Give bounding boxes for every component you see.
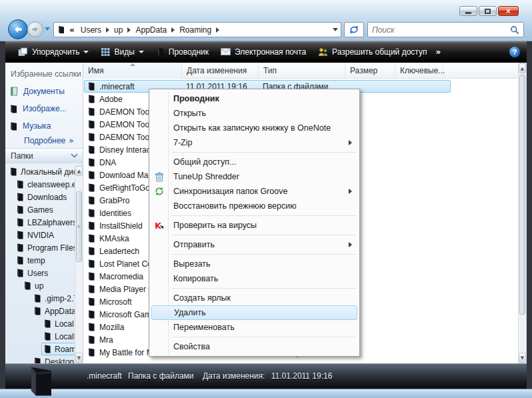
tree-item-roaming[interactable]: Roaming [43,343,75,355]
cell-text: .minecraft [99,82,135,91]
menu-item-3[interactable]: 7-Zip [151,135,358,150]
list-scrollbar[interactable]: ▲ ▼ [518,63,527,363]
column-header-3[interactable]: Размер [345,63,395,79]
tree-item-local[interactable]: Local [43,317,74,330]
tree-item-cleansweep.exe[interactable]: cleansweep.exe [16,178,75,191]
toolbar-button-3[interactable]: Электронная почта [215,45,312,59]
menu-item-2[interactable]: Открыть как записную книжку в OneNote [151,121,358,135]
nav-history-dropdown[interactable] [45,27,50,31]
breadcrumb-item-appdata[interactable]: AppData [133,25,169,35]
folders-header[interactable]: Папки [5,148,83,163]
folder-icon [9,167,17,176]
list-scrollbar-thumb[interactable] [519,75,525,315]
menu-item-18[interactable]: Удалить [151,305,357,320]
scroll-up-icon[interactable]: ▲ [519,63,526,73]
folder-icon [16,256,24,265]
sidebar-favorite-1[interactable]: Изображе... [9,100,83,117]
menu-item-19[interactable]: Переименовать [151,320,358,335]
toolbar-button-4[interactable]: Разрешить общий доступ [312,45,433,59]
menu-item-label: Восстановить прежнюю версию [173,201,297,211]
folder-icon [87,247,95,255]
menu-item-label: Удалить [174,308,206,317]
toolbar-button-0[interactable]: Упорядочить [12,45,95,59]
scroll-down-icon[interactable]: ▼ [519,353,526,363]
breadcrumb-overflow-chevron[interactable]: « [69,25,75,35]
menu-item-12[interactable]: Отправить [151,237,358,252]
groove-sync-icon [155,186,165,197]
maximize-button[interactable] [479,6,497,16]
breadcrumb-item-roaming[interactable]: Roaming [177,25,214,35]
menu-item-5[interactable]: Общий доступ... [151,155,358,169]
tree-item-nvidia[interactable]: NVIDIA [16,229,54,241]
menu-item-15[interactable]: Копировать [151,271,358,286]
refresh-icon [349,25,359,35]
breadcrumb-item-users[interactable]: Users [78,25,104,35]
menu-item-21[interactable]: Свойства [151,339,358,354]
menu-item-8[interactable]: Восстановить прежнюю версию [151,199,358,213]
refresh-button[interactable] [344,22,364,37]
tree-scrollbar[interactable]: ▲ ≡ ▼ [75,165,83,363]
column-header-2[interactable]: Тип [259,63,345,79]
scroll-up-icon[interactable]: ▲ [75,166,83,176]
menu-item-label: 7-Zip [173,138,192,147]
address-bar[interactable]: « UsersupAppDataRoaming [53,22,341,37]
address-dropdown-icon[interactable] [333,28,338,31]
cell-text: Lost Planet Co [99,259,152,269]
menu-item-10[interactable]: KПроверить на вирусы [151,218,358,233]
column-header-1[interactable]: Дата изменения [182,63,259,79]
tree-item-lbzalphaversio[interactable]: LBZalphaversio [16,216,75,229]
close-button[interactable]: × [498,6,519,16]
tree-item-downloads[interactable]: Downloads [16,191,67,203]
tree-item-games[interactable]: Games [16,203,53,216]
tree-item-локальный-диск[interactable]: Локальный диск [9,165,75,178]
column-header-0[interactable]: Имя [83,63,182,79]
menu-item-17[interactable]: Создать ярлык [151,291,358,305]
breadcrumb-separator-icon[interactable] [171,27,175,33]
tree-scrollbar-thumb[interactable]: ≡ [76,191,82,262]
tree-item-temp[interactable]: temp [16,254,45,267]
cell-text: GrabPro [99,196,129,205]
search-box[interactable] [367,22,524,37]
tree-item-desktop[interactable]: Desktop [33,355,74,363]
breadcrumb-item-up[interactable]: up [111,25,125,35]
breadcrumb-separator-icon[interactable] [127,27,131,33]
menu-item-7[interactable]: Синхронизация папок Groove [151,184,358,199]
tree-item-up[interactable]: up [23,279,43,292]
folder-icon [87,310,95,319]
help-button[interactable]: ? [509,47,520,57]
sidebar-favorite-0[interactable]: Документы [9,83,83,100]
menu-item-6[interactable]: TuneUp Shredder [151,169,358,184]
toolbar-button-1[interactable]: Виды [95,45,149,59]
search-icon[interactable] [510,25,519,35]
menu-item-0[interactable]: Проводник [151,91,358,106]
menu-item-1[interactable]: Открыть [151,106,358,121]
cell-text: InstallShield [99,221,143,231]
column-header-4[interactable]: Ключевые... [395,63,443,79]
folder-icon [23,281,31,290]
forward-button[interactable] [27,21,43,37]
tree-item-users[interactable]: Users [16,267,48,279]
tree-item-program-files[interactable]: Program Files [16,241,75,254]
menu-separator [171,337,356,337]
menu-item-14[interactable]: Вырезать [151,257,358,271]
minimize-button[interactable] [459,6,477,16]
breadcrumb-separator-icon[interactable] [216,27,219,33]
status-modified-label: Дата изменения: [203,371,265,381]
tree-item-label: Games [27,205,53,215]
maximize-icon [485,9,491,14]
back-button[interactable] [8,19,28,39]
more-link[interactable]: Подробнее » [24,136,74,145]
toolbar-overflow-chevron[interactable]: » [435,47,441,57]
toolbar-button-2[interactable]: Проводник [150,45,215,59]
scroll-down-icon[interactable]: ▼ [75,353,83,363]
tree-item-.gimp-2.7[interactable]: .gimp-2.7 [33,292,75,305]
breadcrumb-separator-icon[interactable] [106,27,109,33]
tree-item-locallow[interactable]: LocalLow [43,330,75,343]
help-icon: ? [513,48,517,56]
search-input[interactable] [372,25,510,35]
toolbar-button-label: Упорядочить [32,47,79,57]
folder-icon [87,120,95,129]
sidebar-favorite-2[interactable]: Музыка [9,117,83,135]
tree-item-appdata[interactable]: AppData [33,305,75,317]
folder-icon [87,82,95,91]
